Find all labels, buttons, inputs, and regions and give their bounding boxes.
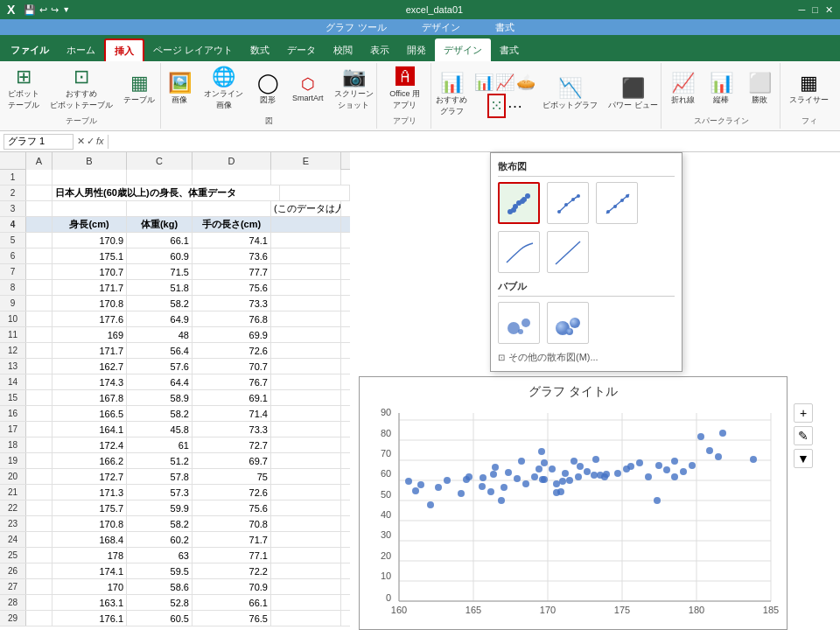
scatter-straight-line-btn[interactable] [596, 182, 638, 224]
cell-b[interactable]: 170.8 [52, 296, 127, 311]
pivot-table-btn[interactable]: ⊞ ピボットテーブル [4, 66, 43, 113]
cell-a[interactable] [26, 516, 52, 531]
tab-format[interactable]: 書式 [491, 38, 528, 61]
cell-b[interactable] [52, 201, 127, 216]
cell-d[interactable]: 手の長さ(cm) [192, 217, 271, 232]
table-row[interactable]: 8171.751.875.6 [0, 280, 350, 296]
cell-d[interactable]: 72.6 [192, 343, 271, 358]
cell-e[interactable] [271, 170, 341, 185]
cell-d[interactable]: 75.6 [192, 500, 271, 515]
table-row[interactable]: 24168.460.271.7 [0, 532, 350, 548]
close-btn[interactable]: ✕ [825, 4, 833, 16]
cell-b[interactable]: 167.8 [52, 390, 127, 405]
cell-d[interactable]: 69.1 [192, 390, 271, 405]
cell-c[interactable]: 57.3 [127, 485, 192, 500]
cell-e[interactable] [271, 469, 341, 484]
cell-d[interactable]: 75.6 [192, 280, 271, 295]
table-row[interactable]: 12171.756.472.6 [0, 343, 350, 359]
cell-d[interactable]: 70.8 [192, 516, 271, 531]
cell-e[interactable] [271, 296, 341, 311]
line-sparkline-btn[interactable]: 📈 折れ線 [665, 72, 700, 108]
cell-b[interactable]: 177.6 [52, 312, 127, 326]
cell-a[interactable] [26, 327, 52, 342]
cell-c[interactable]: 66.1 [127, 233, 192, 248]
cell-d[interactable]: 74.1 [192, 233, 271, 248]
cell-e[interactable] [271, 595, 341, 610]
cell-c[interactable]: 60.9 [127, 248, 192, 263]
cell-c[interactable]: 64.9 [127, 312, 192, 326]
cell-b[interactable]: 171.3 [52, 485, 127, 500]
name-box[interactable] [4, 134, 74, 150]
cell-c[interactable]: 58.9 [127, 390, 192, 405]
minimize-btn[interactable]: ─ [799, 4, 806, 16]
cell-b[interactable]: 162.7 [52, 359, 127, 374]
scatter-smooth-only-btn[interactable] [498, 231, 540, 273]
table-row[interactable]: 14174.364.476.7 [0, 374, 350, 390]
cell-b[interactable]: 176.1 [52, 611, 127, 626]
cell-d[interactable]: 66.1 [192, 595, 271, 610]
smartart-btn[interactable]: ⬡ SmartArt [289, 74, 327, 104]
cell-b[interactable]: 169 [52, 327, 127, 342]
table-row[interactable]: 9170.858.273.3 [0, 296, 350, 312]
cell-e[interactable] [271, 233, 341, 248]
cell-e[interactable] [271, 500, 341, 515]
cell-e[interactable] [271, 422, 341, 437]
cell-d[interactable]: 76.5 [192, 611, 271, 626]
table-row[interactable]: 29176.160.576.5 [0, 611, 350, 626]
cell-e[interactable] [271, 564, 341, 578]
cell-b[interactable]: 171.7 [52, 280, 127, 295]
online-image-btn[interactable]: 🌐 オンライン画像 [200, 66, 247, 113]
cell-c[interactable]: 60.5 [127, 611, 192, 626]
cell-b[interactable]: 172.4 [52, 438, 127, 452]
cell-a[interactable] [26, 374, 52, 389]
quick-access-save[interactable]: 💾 [24, 4, 36, 16]
winloss-sparkline-btn[interactable]: ⬜ 勝敗 [742, 72, 777, 108]
column-sparkline-btn[interactable]: 📊 縦棒 [704, 72, 738, 108]
cell-e[interactable] [271, 264, 341, 279]
cell-a[interactable] [26, 280, 52, 295]
cell-d[interactable]: 73.3 [192, 422, 271, 437]
cell-c[interactable]: 59.9 [127, 500, 192, 515]
tab-view[interactable]: 表示 [361, 38, 398, 61]
table-row[interactable]: 13162.757.670.7 [0, 359, 350, 374]
more-scatter-link[interactable]: ⊡ その他の散布図(M)... [498, 351, 675, 364]
cell-b[interactable]: 170.9 [52, 233, 127, 248]
confirm-icon[interactable]: ✓ [87, 136, 94, 147]
chart-add-btn[interactable]: + [794, 403, 813, 423]
cell-b[interactable]: 178 [52, 548, 127, 563]
scatter-smooth-line-btn[interactable] [547, 182, 589, 224]
cell-b[interactable]: 166.5 [52, 406, 127, 421]
table-row[interactable]: 5170.966.174.1 [0, 233, 350, 248]
cell-e[interactable] [271, 343, 341, 358]
table-row[interactable]: 111694869.9 [0, 327, 350, 343]
table-row[interactable]: 17164.145.873.3 [0, 422, 350, 438]
tab-review[interactable]: 校閲 [325, 38, 361, 61]
table-btn[interactable]: ▦ テーブル [120, 72, 158, 108]
cell-b[interactable]: 164.1 [52, 422, 127, 437]
cell-b[interactable]: 166.2 [52, 453, 127, 468]
cell-b[interactable]: 175.7 [52, 500, 127, 515]
cell-b[interactable] [52, 170, 127, 185]
cell-a[interactable] [26, 359, 52, 374]
cell-a[interactable] [26, 312, 52, 326]
pie-chart-icon[interactable]: 🥧 [516, 73, 536, 92]
slicer-btn[interactable]: ▦ スライサー [786, 72, 832, 108]
chart-style-btn[interactable]: ✎ [794, 426, 813, 445]
table-row[interactable]: 1 [0, 170, 350, 186]
cell-d[interactable]: 69.7 [192, 453, 271, 468]
cell-e[interactable] [271, 374, 341, 389]
table-row[interactable]: 10177.664.976.8 [0, 312, 350, 327]
cell-a[interactable] [26, 390, 52, 405]
cell-b[interactable]: 175.1 [52, 248, 127, 263]
cell-c[interactable]: 58.2 [127, 516, 192, 531]
cell-a[interactable] [26, 611, 52, 626]
bubble-basic-btn[interactable] [498, 302, 540, 344]
office-app-btn[interactable]: 🅰 Office 用アプリ [386, 66, 424, 113]
image-btn[interactable]: 🖼️ 画像 [162, 72, 197, 108]
maximize-btn[interactable]: □ [812, 4, 818, 16]
more-chart-icon[interactable]: … [508, 94, 523, 118]
quick-access-undo[interactable]: ↩ [39, 4, 47, 16]
cell-b[interactable]: 170 [52, 579, 127, 594]
cell-a[interactable] [26, 186, 52, 200]
cell-d[interactable]: 70.9 [192, 579, 271, 594]
